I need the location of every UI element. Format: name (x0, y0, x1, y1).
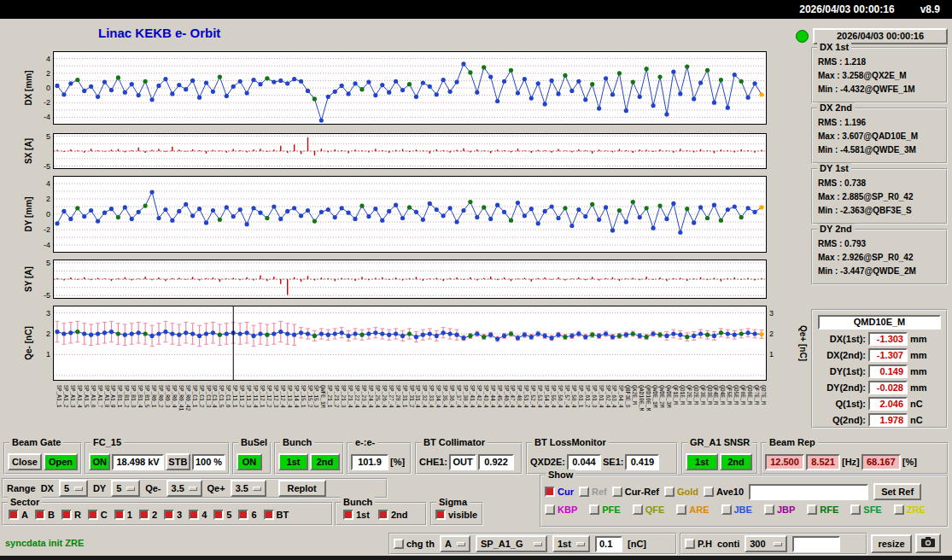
fc15-on-button[interactable]: ON (89, 453, 110, 470)
svg-text:SP_A1_8: SP_A1_8 (103, 385, 109, 408)
sector-checkbox-5[interactable]: 5 (213, 510, 231, 520)
sector-checkbox-r[interactable]: R (61, 510, 81, 520)
svg-text:SP_R0_3: SP_R0_3 (164, 385, 170, 408)
svg-text:Qe- [nC]: Qe- [nC] (24, 326, 33, 359)
range-dy-select[interactable]: 5 (111, 480, 140, 497)
selected-dy1-unit: mm (910, 366, 927, 376)
show-pfe-label: PFE (602, 505, 620, 515)
show-jbp-label: JBP (777, 505, 795, 515)
show-are-checkbox[interactable]: ARE (676, 505, 709, 515)
checkbox-icon (676, 505, 686, 515)
svg-text:4: 4 (46, 179, 50, 188)
range-qeplus-value: 3.5 (236, 483, 248, 493)
beam-gate-close-button[interactable]: Close (8, 453, 42, 470)
svg-text:SP_31_2: SP_31_2 (408, 385, 414, 408)
resize-button[interactable]: resize (871, 534, 912, 553)
selected-row-q2: Q(2nd): 1.978 nC (816, 413, 943, 427)
svg-text:SP_36_4: SP_36_4 (448, 385, 454, 408)
beam-rep-percent-display: 68.167 (861, 454, 901, 470)
show-qfe-checkbox[interactable]: QFE (633, 505, 665, 515)
bunch-2nd-button[interactable]: 2nd (310, 453, 340, 470)
bunch-select-panel: Bunch 1st 2nd (335, 502, 427, 526)
svg-text:1: 1 (769, 350, 774, 359)
bpm-select-dropdown[interactable]: SP_A1_G (476, 535, 547, 552)
show-sfe-checkbox[interactable]: SFE (850, 505, 881, 515)
bunch-select-value: 1st (558, 539, 571, 549)
bunch-select-dropdown[interactable]: 1st (552, 535, 590, 552)
fc15-stb-button[interactable]: STB (166, 453, 190, 470)
dy-orbit-plot[interactable]: 420-2-4DY [mm] (24, 176, 775, 253)
svg-text:SP_47_4: SP_47_4 (509, 385, 515, 408)
show-jbp-checkbox[interactable]: JBP (764, 505, 795, 515)
set-ref-button[interactable]: Set Ref (873, 483, 921, 500)
dx-1st-stats-title: DX 1st (817, 42, 851, 53)
bunch-2nd-checkbox[interactable]: 2nd (378, 510, 408, 520)
dx-1st-rms: RMS : 1.218 (813, 55, 946, 69)
selected-bpm-box: QMD10E_M DX(1st): -1.303 mm DX(2nd): -1.… (811, 309, 948, 429)
sigma-visible-checkbox[interactable]: visible (435, 510, 477, 520)
show-gold-checkbox[interactable]: Gold (664, 487, 698, 497)
sector-checkbox-bt[interactable]: BT (264, 510, 289, 520)
interval-select-dropdown[interactable]: 300 (745, 535, 787, 552)
sigma-panel-title: Sigma (436, 497, 470, 508)
show-kbp-checkbox[interactable]: KBP (545, 505, 577, 515)
dx-1st-stats-box: DX 1st RMS : 1.218 Max : 3.258@QX2E_M Mi… (811, 47, 948, 103)
ref-file-input[interactable] (749, 484, 868, 500)
show-ave10-checkbox[interactable]: Ave10 (704, 487, 744, 497)
range-qeminus-select[interactable]: 3.5 (166, 480, 202, 497)
sector-checkbox-3[interactable]: 3 (164, 510, 182, 520)
sector-checkbox-a[interactable]: A (9, 510, 28, 520)
range-qeplus-select[interactable]: 3.5 (231, 480, 266, 497)
screenshot-button[interactable] (915, 534, 941, 553)
show-ref-checkbox[interactable]: Ref (579, 487, 607, 497)
show-pfe-checkbox[interactable]: PFE (589, 505, 620, 515)
sector-select-dropdown[interactable]: A (440, 535, 470, 552)
sector-checkbox-b[interactable]: B (35, 510, 55, 520)
svg-text:QWDE_2M: QWDE_2M (658, 385, 664, 408)
sx-steering-plot[interactable]: 5-5SX [A] (24, 133, 775, 169)
ph-checkbox[interactable]: P.H (685, 539, 712, 549)
sy-steering-plot[interactable]: 5-5SY [A] (24, 260, 775, 299)
gr-a1-2nd-button[interactable]: 2nd (720, 453, 752, 470)
count-input[interactable] (792, 536, 840, 552)
show-cur-ref-checkbox[interactable]: Cur-Ref (612, 487, 659, 497)
gr-a1-1st-button[interactable]: 1st (686, 453, 718, 470)
show-sfe-label: SFE (863, 505, 881, 515)
svg-text:-2: -2 (44, 98, 50, 107)
sector-checkbox-6[interactable]: 6 (238, 510, 256, 520)
show-jbe-checkbox[interactable]: JBE (721, 505, 752, 515)
titlebar-version: v8.9 (920, 3, 940, 15)
show-cur-checkbox[interactable]: Cur (545, 487, 574, 497)
show-zre-checkbox[interactable]: ZRE (894, 505, 926, 515)
checkbox-icon (704, 487, 714, 497)
svg-text:SP_15_2: SP_15_2 (307, 385, 312, 408)
threshold-input[interactable] (595, 536, 622, 552)
sector-checkbox-2[interactable]: 2 (139, 510, 157, 520)
range-dx-select[interactable]: 5 (59, 480, 88, 497)
selected-bpm-name: QMD10E_M (818, 315, 941, 330)
checkbox-icon (88, 510, 98, 520)
replot-button[interactable]: Replot (278, 480, 326, 497)
bunch-1st-checkbox[interactable]: 1st (343, 510, 370, 520)
show-cur-ref-label: Cur-Ref (625, 487, 659, 497)
sector-label-2: 2 (152, 510, 157, 520)
sector-checkbox-c[interactable]: C (88, 510, 108, 520)
dy-1st-stats-box: DY 1st RMS : 0.738 Max : 2.885@SP_R0_42 … (811, 168, 948, 225)
svg-text:SP_B1_2: SP_B1_2 (123, 385, 129, 408)
svg-text:QD3E_M: QD3E_M (706, 385, 712, 405)
svg-text:4: 4 (46, 55, 50, 63)
charge-plot[interactable]: 321321Qe- [nC]Qe+ [nC] (24, 306, 809, 381)
chg-th-checkbox[interactable]: chg th (394, 539, 435, 549)
sector-checkbox-4[interactable]: 4 (189, 510, 207, 520)
sector-checkbox-1[interactable]: 1 (114, 510, 132, 520)
svg-text:SP_21_2: SP_21_2 (333, 385, 339, 408)
show-rfe-checkbox[interactable]: RFE (807, 505, 838, 515)
svg-text:QWFE_1M: QWFE_1M (319, 385, 325, 408)
bunch-1st-button[interactable]: 1st (278, 453, 308, 470)
che1-value-display: 0.922 (478, 454, 514, 470)
svg-text:SP_35_4: SP_35_4 (441, 385, 447, 408)
bunch-group: Bunch 1st 2nd (274, 442, 344, 475)
busel-on-button[interactable]: ON (237, 453, 262, 470)
dx-orbit-plot[interactable]: 420-2-4DX [mm] (24, 51, 775, 125)
beam-gate-open-button[interactable]: Open (44, 453, 78, 470)
